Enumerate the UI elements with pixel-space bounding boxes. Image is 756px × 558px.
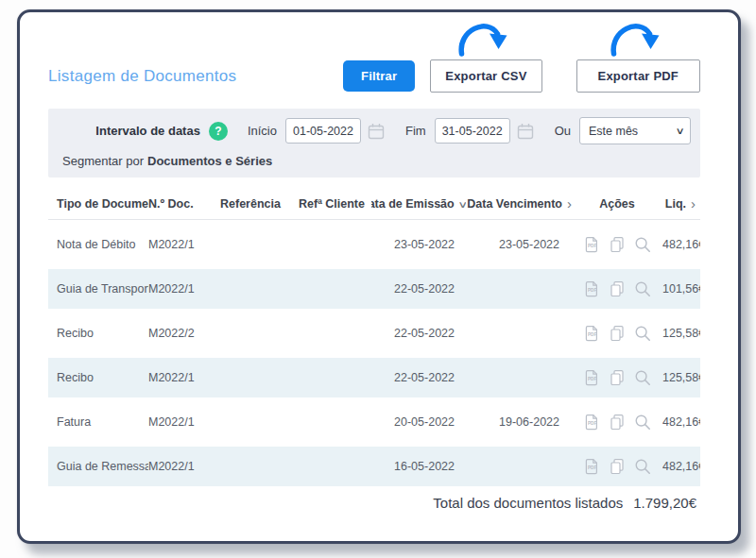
search-icon[interactable] [633,457,652,476]
row-actions: PDF [572,413,662,431]
svg-text:PDF: PDF [588,332,596,337]
export-csv-button[interactable]: Exportar CSV [430,59,541,93]
copy-icon[interactable] [608,457,627,476]
header-referencia: Referência [209,197,292,211]
search-icon[interactable] [633,235,652,254]
svg-text:PDF: PDF [588,288,596,293]
date-interval-row: Intervalo de datas ? Início Fim Ou Este … [61,117,691,144]
svg-text:PDF: PDF [588,465,596,470]
header-data-vencimento[interactable]: Data Vencimento› [466,197,572,211]
export-pdf-wrap: Exportar PDF [576,59,700,93]
footer-total-label: Total dos documentos listados [433,495,623,511]
search-icon[interactable] [633,368,652,387]
header-acoes: Ações [572,197,662,211]
svg-text:PDF: PDF [588,377,596,381]
pdf-file-icon[interactable]: PDF [582,324,601,343]
footer-total-amount: 1.799,20€ [633,495,696,511]
cell-num-doc: M2022/1 [148,238,209,251]
cell-num-doc: M2022/2 [148,327,209,340]
pdf-file-icon[interactable]: PDF [582,279,601,298]
copy-icon[interactable] [608,413,627,431]
cell-tipo-documento: Guia de Remessa [48,460,148,473]
cell-tipo-documento: Recibo [48,371,148,384]
cell-data-emissao: 23-05-2022 [371,238,466,251]
cell-acoes: PDF [572,368,662,387]
end-date-input[interactable] [435,118,510,144]
cell-acoes: PDF [572,413,662,431]
copy-icon[interactable] [608,279,627,298]
cell-total-liq: 101,56€ [662,282,700,296]
copy-icon[interactable] [608,324,627,343]
table-row: Nota de DébitoM2022/123-05-202223-05-202… [48,225,700,264]
interval-label: Intervalo de datas [95,124,200,138]
table-row: FaturaM2022/120-05-202219-06-2022PDF482,… [48,402,700,442]
copy-icon[interactable] [608,368,627,387]
table-header: Tipo de DocumentoN.º Doc.ReferênciaRefª … [48,190,700,220]
header-label: Total Liq. [662,197,686,211]
header-ref-cliente: Refª Cliente [292,197,371,211]
cell-data-emissao: 22-05-2022 [371,282,466,296]
page-title: Listagem de Documentos [48,67,236,86]
pdf-file-icon[interactable]: PDF [582,413,601,431]
pdf-file-icon[interactable]: PDF [582,457,601,476]
or-label: Ou [555,124,571,138]
cell-tipo-documento: Guia de Transporte [48,282,148,296]
header-num-doc: N.º Doc. [148,197,209,211]
search-icon[interactable] [633,413,652,431]
cell-tipo-documento: Recibo [48,327,148,340]
segment-prefix: Segmentar por [62,154,144,168]
pdf-file-icon[interactable]: PDF [582,235,601,254]
header-data-emissao[interactable]: Data de Emissão∨ [371,197,466,211]
cell-data-emissao: 22-05-2022 [371,327,466,340]
segment-value: Documentos e Séries [147,154,272,168]
end-date-label: Fim [405,124,426,138]
start-date-label: Início [248,124,277,138]
calendar-icon[interactable] [516,122,535,141]
search-icon[interactable] [633,279,652,298]
cell-acoes: PDF [572,235,662,254]
annotation-arrow-csv-icon [455,16,508,58]
cell-data-vencimento: 19-06-2022 [466,415,572,429]
cell-acoes: PDF [572,324,662,343]
table-row: ReciboM2022/222-05-2022PDF125,58€ [48,313,700,353]
row-actions: PDF [572,235,662,254]
filter-panel: Intervalo de datas ? Início Fim Ou Este … [48,109,700,178]
start-date-input[interactable] [285,118,361,144]
search-icon[interactable] [633,324,652,343]
header-label: Referência [220,197,281,211]
cell-num-doc: M2022/1 [148,371,209,384]
cell-data-emissao: 16-05-2022 [371,460,466,473]
table-row: Guia de RemessaM2022/116-05-2022PDF482,1… [48,447,700,486]
cell-total-liq: 482,16€ [662,415,700,429]
cell-data-emissao: 20-05-2022 [371,415,466,429]
chevron-right-icon: › [691,199,696,209]
copy-icon[interactable] [608,235,627,254]
cell-total-liq: 125,58€ [662,371,700,384]
calendar-icon[interactable] [367,122,386,141]
header-total-liq[interactable]: Total Liq.› [662,197,700,211]
cell-num-doc: M2022/1 [148,460,209,473]
header-label: N.º Doc. [148,197,194,211]
topbar: Listagem de Documentos Filtrar Exportar … [48,59,700,93]
row-actions: PDF [572,457,662,476]
row-actions: PDF [572,368,662,387]
header-tipo-documento: Tipo de Documento [48,197,148,211]
cell-data-emissao: 22-05-2022 [371,371,466,384]
pdf-file-icon[interactable]: PDF [582,368,601,387]
cell-total-liq: 482,16€ [662,460,700,473]
document-listing-window: Listagem de Documentos Filtrar Exportar … [17,9,741,544]
svg-text:PDF: PDF [588,421,596,426]
help-icon[interactable]: ? [209,122,228,141]
export-csv-wrap: Exportar CSV [430,59,541,93]
table-row: ReciboM2022/122-05-2022PDF125,58€ [48,358,700,397]
cell-data-vencimento: 23-05-2022 [466,238,572,251]
export-pdf-button[interactable]: Exportar PDF [576,59,700,93]
svg-text:PDF: PDF [588,244,596,248]
filter-button[interactable]: Filtrar [343,60,415,92]
row-actions: PDF [572,279,662,298]
preset-select[interactable]: Este mês [579,117,691,144]
segment-row: Segmentar porDocumentos e Séries [61,154,691,168]
cell-acoes: PDF [572,457,662,476]
chevron-down-icon: ∨ [457,199,466,210]
cell-total-liq: 482,16€ [662,238,700,251]
